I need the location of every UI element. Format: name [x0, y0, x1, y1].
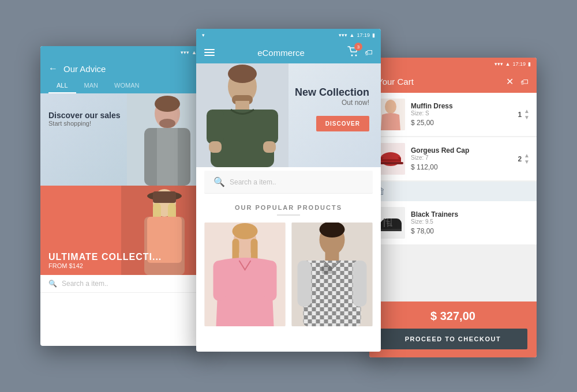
left-salmon-subtitle: FROM $142 — [48, 262, 162, 269]
qty-down-1[interactable]: ▼ — [524, 115, 530, 120]
center-search-placeholder: Search a item.. — [230, 178, 276, 186]
svg-point-3 — [159, 119, 175, 128]
svg-point-2 — [155, 96, 180, 112]
right-status-icons: ▾▾▾ ▲ 17:19 ▮ — [494, 61, 531, 67]
right-status-bar: ▾▾▾ ▲ 17:19 ▮ — [369, 58, 537, 70]
cart-item-price-1: $ 25,00 — [411, 119, 512, 127]
left-header: ← Our Advice ALL MAN WOMAN — [40, 59, 208, 93]
cart-item-qty-1: 1 ▲ ▼ — [518, 108, 530, 120]
tab-man[interactable]: MAN — [76, 78, 106, 93]
hamburger-line-2 — [204, 52, 215, 53]
product-card-2[interactable] — [291, 223, 373, 326]
qty-arrows-1: ▲ ▼ — [524, 108, 530, 120]
back-button[interactable]: ← — [48, 63, 58, 74]
qty-arrows-2: ▲ ▼ — [524, 153, 530, 165]
right-time: 17:19 — [512, 61, 526, 67]
right-tag-icon[interactable]: 🏷 — [520, 77, 529, 86]
left-status-bar: ▾▾▾ ▲ ▮ — [40, 46, 208, 59]
right-battery-icon: ▮ — [528, 61, 531, 67]
svg-rect-24 — [209, 141, 222, 153]
center-app-title: eCommerce — [257, 48, 305, 58]
qty-down-2[interactable]: ▼ — [524, 159, 530, 165]
right-screen-title: Your Cart — [377, 77, 414, 86]
close-cart-button[interactable]: ✕ — [506, 76, 514, 87]
tab-all[interactable]: ALL — [48, 78, 76, 93]
left-hero-text: Discover our sales Start shopping! — [48, 111, 121, 127]
svg-point-15 — [355, 55, 357, 56]
cart-item-qty-2: 2 ▲ ▼ — [518, 153, 530, 165]
center-hero-subtitle: Out now! — [295, 99, 369, 107]
cart-item-size-2: Size: 7 — [411, 154, 512, 161]
cart-item-2: Gorgeus Red Cap Size: 7 $ 112,00 2 ▲ ▼ — [369, 137, 537, 180]
cart-item-3: Black Trainers Size: 9.5 $ 78,00 — [369, 201, 537, 244]
left-header-top: ← Our Advice — [48, 63, 200, 74]
right-header: Your Cart ✕ 🏷 — [369, 70, 537, 93]
qty-row-1: 1 ▲ ▼ — [518, 108, 530, 120]
total-section: $ 327,00 PROCEED TO CHECKOUT — [369, 301, 537, 357]
hamburger-line-1 — [204, 49, 215, 50]
svg-point-18 — [228, 65, 257, 83]
svg-rect-22 — [207, 110, 224, 144]
products-grid — [196, 223, 381, 326]
center-dropdown-icon: ▾ — [202, 32, 205, 38]
cart-scroll-area: Muffin Dress Size: S $ 25,00 1 ▲ ▼ — [369, 93, 537, 301]
svg-rect-51 — [379, 162, 403, 164]
tag-icon[interactable]: 🏷 — [365, 48, 373, 57]
hamburger-line-3 — [204, 55, 215, 56]
qty-up-2[interactable]: ▲ — [524, 153, 530, 159]
left-hero-title: Discover our sales — [48, 111, 121, 120]
svg-rect-44 — [322, 266, 332, 274]
qty-number-2: 2 — [518, 155, 522, 163]
cart-item-price-2: $ 112,00 — [411, 163, 512, 171]
center-hero: New Collection Out now! DISCOVER — [196, 63, 381, 167]
screens-container: ▾▾▾ ▲ ▮ ← Our Advice ALL MAN WOMAN — [40, 29, 537, 363]
svg-rect-37 — [325, 252, 339, 262]
center-search-icon: 🔍 — [213, 176, 225, 187]
svg-rect-5 — [157, 128, 178, 186]
qty-number-1: 1 — [518, 111, 522, 119]
center-status-bar: ▾ ▾▾▾ ▲ 17:19 ▮ — [196, 29, 381, 42]
svg-point-14 — [351, 55, 353, 56]
cart-item-details-1: Muffin Dress Size: S $ 25,00 — [411, 102, 512, 127]
left-hero: Discover our sales Start shopping! — [40, 93, 208, 186]
left-search-icon: 🔍 — [48, 280, 57, 288]
left-hero-person — [127, 93, 208, 186]
cart-icon-container[interactable]: 3 — [347, 46, 359, 59]
right-header-icons: ✕ 🏷 — [506, 76, 529, 87]
checkout-button[interactable]: PROCEED TO CHECKOUT — [379, 329, 527, 349]
svg-rect-25 — [263, 141, 276, 153]
cart-item-size-3: Size: 9.5 — [411, 218, 530, 225]
center-wifi-icon: ▲ — [350, 32, 355, 38]
left-screen-title: Our Advice — [63, 64, 106, 74]
cart-item-price-3: $ 78,00 — [411, 227, 530, 235]
center-screen-content: eCommerce 3 🏷 — [196, 42, 381, 352]
svg-point-46 — [385, 100, 396, 114]
popular-label: OUR POPULAR PRODUCTS — [196, 197, 381, 214]
svg-rect-23 — [261, 110, 278, 144]
discover-button[interactable]: DISCOVER — [316, 116, 369, 131]
left-screen-content: ← Our Advice ALL MAN WOMAN Discover our … — [40, 59, 208, 346]
qty-up-1[interactable]: ▲ — [524, 108, 530, 114]
product-card-1[interactable] — [204, 223, 286, 326]
product-img-2 — [291, 223, 373, 326]
svg-rect-42 — [298, 261, 312, 307]
product-img-1 — [204, 223, 286, 326]
center-hero-text: New Collection Out now! DISCOVER — [295, 86, 369, 131]
cart-item-details-2: Gorgeus Red Cap Size: 7 $ 112,00 — [411, 146, 512, 171]
left-search-bar[interactable]: 🔍 Search a item.. — [40, 275, 208, 293]
center-header-icons: 3 🏷 — [347, 46, 373, 59]
tab-woman[interactable]: WOMAN — [106, 78, 147, 93]
right-screen-content: Your Cart ✕ 🏷 — [369, 70, 537, 357]
center-search-bar[interactable]: 🔍 Search a item.. — [204, 171, 373, 194]
left-salmon-title: ULTIMATE COLLECTI... — [48, 252, 162, 262]
hamburger-menu[interactable] — [204, 49, 215, 56]
qty-row-2: 2 ▲ ▼ — [518, 153, 530, 165]
total-amount: $ 327,00 — [379, 310, 527, 323]
popular-divider — [277, 214, 300, 216]
svg-point-28 — [233, 223, 258, 239]
right-wifi-icon: ▲ — [505, 61, 511, 67]
svg-rect-43 — [353, 261, 367, 307]
screen-center: ▾ ▾▾▾ ▲ 17:19 ▮ eCommerce — [196, 29, 381, 352]
screen-left: ▾▾▾ ▲ ▮ ← Our Advice ALL MAN WOMAN — [40, 46, 208, 346]
center-status-icons: ▾▾▾ ▲ 17:19 ▮ — [339, 32, 375, 38]
